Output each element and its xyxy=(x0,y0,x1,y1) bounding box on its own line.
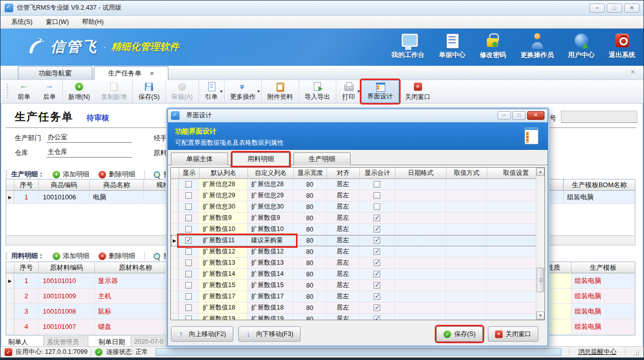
menu-item[interactable]: 帮助(H) xyxy=(76,16,110,28)
value-method-cell[interactable] xyxy=(446,280,487,291)
custom-name-cell[interactable]: 扩展数值18 xyxy=(247,302,293,313)
value-method-cell[interactable] xyxy=(446,246,487,257)
date-format-cell[interactable] xyxy=(395,314,446,320)
show-checkbox[interactable] xyxy=(185,203,192,210)
show-checkbox[interactable] xyxy=(185,181,192,188)
row-selector[interactable] xyxy=(171,314,179,320)
banner-action-button[interactable]: 单据中心 xyxy=(439,33,465,60)
sum-cell[interactable] xyxy=(359,258,395,268)
save-button[interactable]: 保存(S) xyxy=(436,326,483,342)
show-checkbox[interactable] xyxy=(185,260,192,266)
sum-cell[interactable] xyxy=(359,179,395,190)
document-tab[interactable]: 生产任务单 ✕ xyxy=(94,66,168,80)
value-method-cell[interactable] xyxy=(446,224,487,235)
custom-name-cell[interactable]: 扩展数值15 xyxy=(247,280,293,291)
show-cell[interactable] xyxy=(179,314,199,320)
align-cell[interactable]: 居左 xyxy=(327,291,359,302)
width-cell[interactable]: 80 xyxy=(293,201,327,212)
sum-cell[interactable] xyxy=(359,224,395,235)
toolbar-button[interactable]: 更多操作 ▼ xyxy=(224,80,261,103)
sum-checkbox[interactable] xyxy=(374,293,380,300)
value-method-cell[interactable] xyxy=(446,235,487,246)
toolbar-button[interactable]: 前单 ▼ xyxy=(11,80,37,103)
document-tab[interactable]: 功能导航窗 ✕ xyxy=(18,66,92,80)
grid-column-header[interactable]: 显示 xyxy=(179,168,200,179)
sum-checkbox[interactable] xyxy=(374,226,380,233)
detail-action-link[interactable]: 删除明细 xyxy=(98,251,135,261)
grid-row[interactable]: 扩展数值17 扩展数值17 80 居左 xyxy=(171,291,544,302)
banner-action-button[interactable]: 更换操作员 xyxy=(521,33,554,60)
row-selector[interactable] xyxy=(6,273,14,288)
align-cell[interactable]: 居左 xyxy=(327,235,359,246)
show-cell[interactable] xyxy=(179,258,199,268)
value-method-cell[interactable] xyxy=(446,291,487,302)
show-cell[interactable] xyxy=(179,269,199,279)
show-checkbox[interactable] xyxy=(185,316,192,320)
row-selector[interactable] xyxy=(6,289,14,303)
align-cell[interactable]: 居左 xyxy=(327,201,359,212)
custom-name-cell[interactable]: 扩展数值17 xyxy=(247,291,293,302)
show-cell[interactable] xyxy=(179,213,199,223)
show-cell[interactable] xyxy=(179,224,199,235)
message-center-link[interactable]: 消息提醒中心 xyxy=(578,348,616,356)
sum-checkbox[interactable] xyxy=(374,203,380,210)
detail-action-link[interactable]: 删除明细 xyxy=(98,170,135,179)
align-cell[interactable]: 居左 xyxy=(327,224,359,235)
value-method-cell[interactable] xyxy=(446,190,487,201)
default-name-cell[interactable]: 扩展数值15 xyxy=(199,280,247,291)
toolbar-button[interactable]: 后单 ▼ xyxy=(37,80,62,103)
toolbar-button[interactable]: 复制新增 ▼ xyxy=(95,80,132,103)
sum-cell[interactable] xyxy=(359,213,395,223)
grid-row[interactable]: 扩展信息30 扩展信息30 80 居左 xyxy=(171,201,544,213)
toolbar-button[interactable]: 新增(N) ▼ xyxy=(62,80,95,103)
value-method-cell[interactable] xyxy=(446,201,487,212)
date-format-cell[interactable] xyxy=(395,190,446,201)
date-format-cell[interactable] xyxy=(395,302,446,313)
width-cell[interactable]: 80 xyxy=(293,269,327,279)
date-format-cell[interactable] xyxy=(395,291,446,302)
default-name-cell[interactable]: 扩展数值18 xyxy=(199,302,247,313)
toolbar-button[interactable]: 保存(S) ▼ xyxy=(132,80,165,103)
value-method-cell[interactable] xyxy=(446,302,487,313)
sum-cell[interactable] xyxy=(359,201,395,212)
sum-cell[interactable] xyxy=(359,280,395,291)
sum-cell[interactable] xyxy=(359,246,395,257)
custom-name-cell[interactable]: 建议采购量 xyxy=(247,235,293,246)
tabstrip-close-icon[interactable]: ✕ xyxy=(630,68,635,75)
sum-cell[interactable] xyxy=(359,235,395,246)
show-checkbox[interactable] xyxy=(185,248,192,255)
width-cell[interactable]: 80 xyxy=(293,291,327,302)
custom-name-cell[interactable]: 扩展信息29 xyxy=(247,190,293,201)
row-selector[interactable] xyxy=(171,246,179,257)
close-window-button[interactable]: 关闭窗口 xyxy=(488,326,538,342)
date-format-cell[interactable] xyxy=(395,224,446,235)
show-cell[interactable] xyxy=(179,291,199,302)
grid-row[interactable]: 扩展数值10 扩展数值10 80 居左 xyxy=(171,224,544,235)
grid-column-header[interactable]: 默认列名 xyxy=(200,168,248,179)
resize-grip[interactable] xyxy=(632,349,639,356)
detail-action-link[interactable]: 添加明细 xyxy=(53,251,89,261)
scroll-down-icon[interactable]: ▼ xyxy=(536,312,544,320)
align-cell[interactable]: 居左 xyxy=(327,179,359,190)
sum-checkbox[interactable] xyxy=(374,260,380,266)
default-name-cell[interactable]: 扩展数值19 xyxy=(199,314,247,320)
default-name-cell[interactable]: 扩展数值13 xyxy=(199,258,247,268)
dialog-maximize-button[interactable]: □ xyxy=(512,111,526,120)
row-selector[interactable] xyxy=(171,213,179,223)
grid-row[interactable]: 扩展数值13 扩展数值13 80 居左 xyxy=(171,258,544,269)
row-selector[interactable] xyxy=(6,191,14,203)
custom-name-cell[interactable]: 扩展数值13 xyxy=(247,258,293,268)
menu-item[interactable]: 窗口(W) xyxy=(39,16,76,28)
sum-checkbox[interactable] xyxy=(374,271,380,277)
custom-name-cell[interactable]: 扩展数值10 xyxy=(247,224,293,235)
value-method-cell[interactable] xyxy=(446,258,487,268)
detail-action-link[interactable]: 添加明细 xyxy=(53,170,89,179)
row-selector[interactable] xyxy=(171,224,179,235)
width-cell[interactable]: 80 xyxy=(293,190,327,201)
custom-name-cell[interactable]: 扩展数值12 xyxy=(247,246,293,257)
row-selector[interactable] xyxy=(171,291,179,302)
warehouse-field[interactable]: 主仓库 xyxy=(46,147,132,158)
show-checkbox[interactable] xyxy=(185,226,192,233)
department-field[interactable]: 办公室 xyxy=(46,133,132,143)
toolbar-button[interactable]: 打印 ▼ xyxy=(336,80,361,103)
